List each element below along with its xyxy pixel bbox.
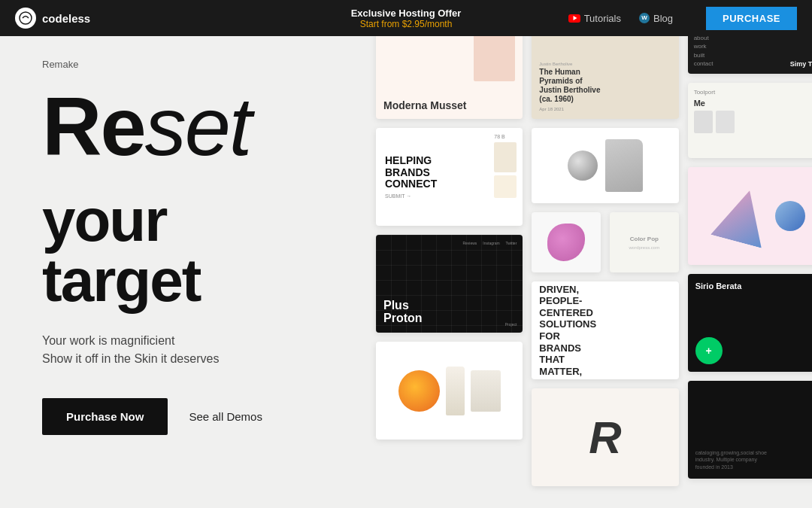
card-geo-circle: [775, 201, 805, 231]
card-text: aboutworkbuiltcontact: [694, 36, 714, 68]
card-geo-group: [717, 190, 805, 242]
card-product-image: [494, 142, 517, 172]
list-item[interactable]: [376, 342, 523, 440]
card-brand: Toolport: [694, 89, 812, 96]
card-items: [694, 111, 812, 133]
card-label: Justin Bertholive: [539, 62, 671, 66]
list-item[interactable]: HELPINGBRANDSCONNECT SUBMIT → 78 B: [376, 128, 523, 226]
card-icon: +: [695, 337, 723, 364]
card-monogram: R: [589, 412, 621, 464]
tutorials-link[interactable]: Tutorials: [568, 13, 621, 24]
hero-desc-line2: Show it off in the Skin it deserves: [42, 350, 338, 368]
card-thumb: [694, 111, 713, 133]
logo[interactable]: codeless: [15, 8, 90, 29]
card-bottle-2: [471, 370, 501, 412]
card-thumb-2: [716, 111, 735, 133]
list-item[interactable]: Color Pop wordpress.com: [610, 212, 679, 272]
list-item[interactable]: cataloging,growing,social shoeindustry. …: [688, 381, 812, 479]
demos-panel: EDITORIAL Stockholmsdesign lab 2020 Mode…: [368, 36, 812, 508]
main-content: Remake Reset your target Your work is ma…: [0, 36, 812, 508]
card-nav: ReviewsInstagramTwitter: [462, 241, 517, 245]
demos-grid: EDITORIAL Stockholmsdesign lab 2020 Mode…: [376, 36, 812, 508]
card-title: Moderna Musset: [383, 99, 515, 111]
hero-title: Reset: [42, 85, 338, 168]
list-item[interactable]: [532, 128, 678, 203]
hero-title-re: Re: [42, 80, 145, 172]
card-bottle: [446, 367, 465, 415]
wordpress-icon: W: [639, 13, 650, 23]
offer-banner: Exclusive Hosting Offer Start from $2.95…: [351, 8, 462, 29]
remake-label: Remake: [42, 59, 338, 70]
list-item[interactable]: ReviewsInstagramTwitter PlusProton Proje…: [376, 235, 523, 333]
card-geo-shape: [710, 184, 775, 248]
card-date: Apr 18 2021: [539, 107, 671, 111]
hero-section: Remake Reset your target Your work is ma…: [0, 36, 368, 508]
offer-subtitle: Start from $2.95/month: [351, 19, 462, 29]
card-title: PlusProton: [383, 299, 515, 325]
card-color-label: Color Pop: [630, 236, 659, 242]
demos-col-3: aboutworkbuiltcontact Simy Torres Toolpo…: [688, 36, 812, 508]
list-item[interactable]: BUILDINGDATADRIVEN,PEOPLE-CENTEREDSOLUTI…: [532, 281, 678, 379]
purchase-button[interactable]: PURCHASE: [706, 7, 797, 30]
card-title: The HumanPyramids ofJustin Bertholive(ca…: [539, 68, 671, 104]
logo-text: codeless: [42, 12, 90, 25]
card-product-image-2: [494, 175, 517, 198]
list-item[interactable]: aboutworkbuiltcontact Simy Torres: [688, 36, 812, 74]
hero-desc-line1: Your work is magnificient: [42, 332, 338, 350]
demos-col-1: EDITORIAL Stockholmsdesign lab 2020 Mode…: [376, 36, 523, 508]
navbar: codeless Exclusive Hosting Offer Start f…: [0, 0, 812, 36]
cta-row: Purchase Now See all Demos: [42, 398, 338, 435]
see-all-demos-link[interactable]: See all Demos: [189, 410, 262, 423]
card-scooter-shape: [605, 139, 643, 192]
navbar-links: Tutorials W Blog PURCHASE: [568, 7, 797, 30]
card-name: Simy Torres: [790, 60, 812, 68]
card-sphere: [568, 151, 598, 181]
youtube-icon: [568, 14, 580, 23]
demos-col-2: Justin Bertholive The HumanPyramids ofJu…: [532, 36, 678, 508]
card-title: Sirio Berata: [695, 281, 812, 291]
purchase-now-button[interactable]: Purchase Now: [42, 398, 168, 435]
card-orange: [398, 370, 440, 412]
tutorials-label: Tutorials: [584, 13, 621, 24]
hero-title-set: set: [145, 80, 251, 172]
blog-link[interactable]: W Blog: [639, 13, 673, 24]
list-item[interactable]: EDITORIAL Stockholmsdesign lab 2020 Mode…: [376, 36, 523, 119]
hero-description: Your work is magnificient Show it off in…: [42, 332, 338, 368]
card-row: Color Pop wordpress.com: [532, 212, 678, 272]
hero-title-line2: your target: [42, 190, 338, 311]
list-item[interactable]: R: [532, 388, 678, 486]
list-item[interactable]: Justin Bertholive The HumanPyramids ofJu…: [532, 36, 678, 119]
list-item[interactable]: [532, 212, 601, 272]
svg-point-0: [20, 12, 32, 24]
list-item[interactable]: Sirio Berata +: [688, 274, 812, 372]
card-blob-shape: [547, 224, 585, 261]
card-text: cataloging,growing,social shoeindustry. …: [695, 449, 812, 471]
list-item[interactable]: Toolport Me: [688, 83, 812, 158]
card-title: BUILDINGDATADRIVEN,PEOPLE-CENTEREDSOLUTI…: [539, 281, 671, 379]
card-image: [474, 36, 515, 81]
list-item[interactable]: [688, 167, 812, 265]
offer-title: Exclusive Hosting Offer: [351, 8, 462, 19]
card-title: Me: [694, 99, 812, 108]
card-color-sub: wordpress.com: [629, 245, 659, 250]
blog-label: Blog: [653, 13, 673, 24]
logo-icon: [15, 8, 36, 29]
